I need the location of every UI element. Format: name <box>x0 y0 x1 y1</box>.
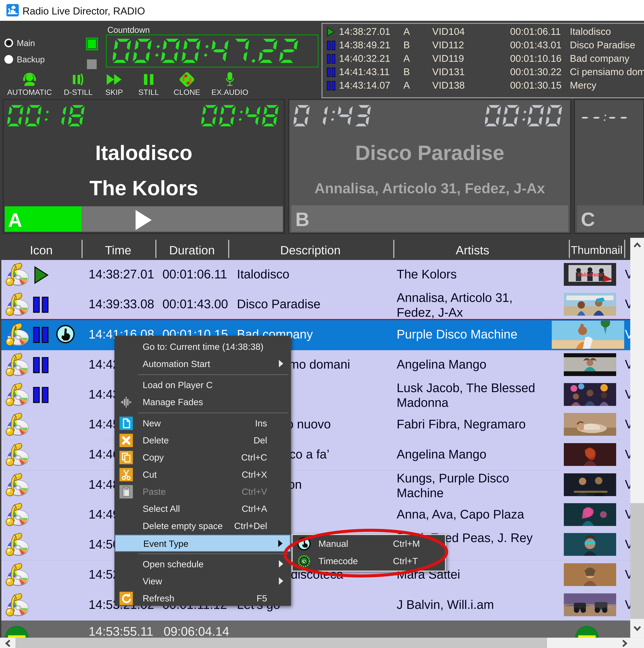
svg-text:Italodisco: Italodisco <box>578 272 602 278</box>
